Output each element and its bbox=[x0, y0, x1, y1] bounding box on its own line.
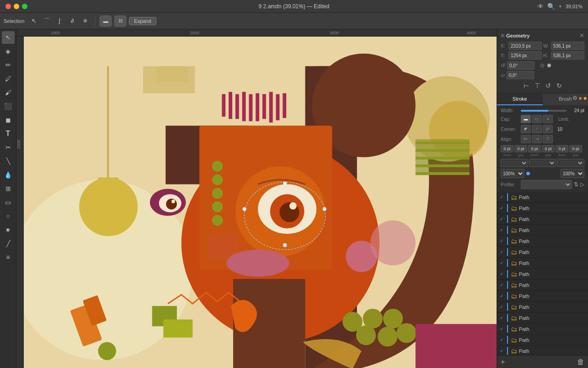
pct-select-1[interactable]: 100% bbox=[501, 169, 524, 178]
zoom-out-icon[interactable]: 🔍 bbox=[547, 3, 555, 10]
corner-bevel-btn[interactable]: ◸ bbox=[543, 125, 553, 133]
flip-h-icon[interactable]: ⊢ bbox=[522, 81, 531, 90]
node-tool[interactable]: ◈ bbox=[2, 45, 15, 58]
layer-item-5[interactable]: ✓ 🗂 Path bbox=[497, 247, 588, 258]
align-outside-btn[interactable]: ⊤ bbox=[543, 135, 553, 143]
dash-dropdown-3[interactable] bbox=[557, 159, 584, 167]
rotate-value[interactable]: 0,0° bbox=[507, 61, 535, 70]
flip-v-icon[interactable]: ⊤ bbox=[533, 81, 542, 90]
dash-val-5[interactable]: 0 pt bbox=[569, 145, 582, 152]
close-button[interactable] bbox=[5, 4, 11, 9]
tan-circle-icon[interactable]: ● bbox=[583, 94, 587, 102]
width-slider[interactable] bbox=[521, 110, 567, 112]
gear-icon[interactable]: ⚙ bbox=[572, 95, 577, 101]
text-tool[interactable]: T bbox=[2, 127, 15, 140]
canvas[interactable] bbox=[24, 37, 497, 368]
corner-row: Corner: ◤ ◜ ◸ 10 bbox=[501, 125, 584, 133]
rect-btn[interactable]: ▬ bbox=[100, 16, 112, 27]
width-value: 24 pt bbox=[568, 108, 584, 113]
layer-item-2[interactable]: ✓ 🗂 Path bbox=[497, 214, 588, 225]
corner-round-btn[interactable]: ◜ bbox=[532, 125, 542, 133]
x-value[interactable]: 2310,5 px bbox=[508, 42, 542, 50]
ruler-v-wrapper: 2000 bbox=[16, 37, 497, 368]
layer-item-6[interactable]: ✓ 🗂 Path bbox=[497, 258, 588, 269]
cap-square-btn[interactable]: ▪ bbox=[543, 115, 553, 123]
layer-item-4[interactable]: ✓ 🗂 Path bbox=[497, 236, 588, 247]
smooth-tool[interactable]: ╱ bbox=[2, 237, 15, 250]
dash-val-1[interactable]: 0 pt bbox=[514, 145, 527, 152]
layer-blue-line-8 bbox=[507, 281, 508, 289]
dash-dropdown-2[interactable] bbox=[529, 159, 556, 167]
orange-circle-icon[interactable]: ● bbox=[578, 94, 582, 102]
line-tool[interactable]: ╲ bbox=[2, 155, 15, 168]
w-value[interactable]: 536,1 px bbox=[551, 42, 584, 50]
profile-arrow-icon[interactable]: ▷ bbox=[580, 181, 584, 188]
curve1-icon[interactable]: ∫ bbox=[54, 16, 64, 26]
add-layer-btn[interactable]: + bbox=[501, 358, 505, 366]
dash-val-4[interactable]: 0 pt bbox=[556, 145, 568, 152]
transform-actions: ⊢ ⊤ ↺ ↻ bbox=[501, 81, 584, 90]
cursor-icon[interactable]: ↖ bbox=[29, 16, 39, 26]
dash-val-2[interactable]: 0 pt bbox=[528, 145, 541, 152]
curve2-icon[interactable]: ∂ bbox=[67, 16, 77, 26]
cap-flat-btn[interactable]: ▬ bbox=[521, 115, 531, 123]
rotate-ccw-icon[interactable]: ↺ bbox=[544, 81, 553, 90]
layers-tool[interactable]: ≡ bbox=[2, 251, 15, 264]
profile-flip-icon[interactable]: ⇅ bbox=[574, 181, 578, 188]
shear-value[interactable]: 0,0° bbox=[507, 71, 534, 79]
dash-val-3[interactable]: 0 pt bbox=[542, 145, 555, 152]
delete-layer-btn[interactable]: 🗑 bbox=[577, 358, 584, 366]
star-tool[interactable]: ★ bbox=[2, 223, 15, 236]
h-value[interactable]: 536,1 px bbox=[551, 51, 584, 60]
align-center-btn[interactable]: ⊣ bbox=[532, 135, 542, 143]
y-value[interactable]: 1254 px bbox=[508, 51, 542, 60]
zoom-in-icon[interactable]: + bbox=[559, 3, 562, 10]
layer-item-0[interactable]: ✓ 🗂 Path bbox=[497, 192, 588, 203]
pencil-tool[interactable]: ✏ bbox=[2, 59, 15, 71]
layer-name-13: Path bbox=[519, 337, 529, 343]
ellipse-tool[interactable]: ○ bbox=[2, 210, 15, 222]
rect-shape-tool[interactable]: ▭ bbox=[2, 196, 15, 209]
layer-item-9[interactable]: ✓ 🗂 Path bbox=[497, 291, 588, 302]
node-icon[interactable]: ⌒ bbox=[42, 16, 52, 26]
fill-tool[interactable]: ⬛ bbox=[2, 100, 15, 113]
layer-item-12[interactable]: ✓ 🗂 Path bbox=[497, 324, 588, 335]
transform-icon[interactable]: ✳ bbox=[80, 16, 90, 26]
layer-item-10[interactable]: ✓ 🗂 Path bbox=[497, 302, 588, 313]
fullscreen-button[interactable] bbox=[22, 4, 27, 9]
dash-dropdown-1[interactable] bbox=[501, 159, 528, 167]
layer-item-7[interactable]: ✓ 🗂 Path bbox=[497, 269, 588, 280]
layer-blue-line-4 bbox=[507, 237, 508, 245]
expand-button[interactable]: Expand bbox=[129, 17, 156, 25]
brush-tool[interactable]: 🖌 bbox=[2, 86, 15, 99]
paint-tool[interactable]: ◼ bbox=[2, 114, 15, 126]
cap-round-btn[interactable]: ⬭ bbox=[532, 115, 542, 123]
layer-blue-line-5 bbox=[507, 248, 508, 256]
rotate-cw-icon[interactable]: ↻ bbox=[555, 81, 564, 90]
pct-select-2[interactable]: 100% bbox=[561, 169, 584, 178]
layer-item-3[interactable]: ✓ 🗂 Path bbox=[497, 225, 588, 236]
geometry-close-btn[interactable]: ✕ bbox=[579, 32, 584, 39]
shape-tool[interactable]: ✂ bbox=[2, 141, 15, 154]
minimize-button[interactable] bbox=[14, 4, 19, 9]
rect2-btn[interactable]: ⊟ bbox=[114, 16, 126, 27]
select-tool[interactable]: ↖ bbox=[2, 31, 15, 44]
profile-select[interactable] bbox=[521, 180, 572, 189]
layer-item-11[interactable]: ✓ 🗂 Path bbox=[497, 313, 588, 324]
dash-val-0[interactable]: 0 pt bbox=[501, 145, 513, 152]
corner-miter-btn[interactable]: ◤ bbox=[521, 125, 531, 133]
tab-stroke[interactable]: Stroke bbox=[497, 93, 543, 105]
layer-item-1[interactable]: ✓ 🗂 Path bbox=[497, 203, 588, 214]
pen-tool[interactable]: 🖊 bbox=[2, 72, 15, 85]
layer-item-13[interactable]: ✓ 🗂 Path bbox=[497, 335, 588, 346]
grid-tool[interactable]: ⊞ bbox=[2, 182, 15, 195]
eyedrop-tool[interactable]: 💧 bbox=[2, 168, 15, 181]
layer-item-14[interactable]: ✓ 🗂 Path bbox=[497, 346, 588, 355]
eye-icon[interactable]: 👁 bbox=[537, 3, 544, 10]
align-label: Align: bbox=[501, 137, 519, 142]
layer-blue-line-2 bbox=[507, 215, 508, 223]
layer-check-4: ✓ bbox=[500, 238, 505, 244]
svg-rect-34 bbox=[256, 93, 259, 121]
layer-item-8[interactable]: ✓ 🗂 Path bbox=[497, 280, 588, 291]
align-inside-btn[interactable]: ⊢ bbox=[521, 135, 531, 143]
